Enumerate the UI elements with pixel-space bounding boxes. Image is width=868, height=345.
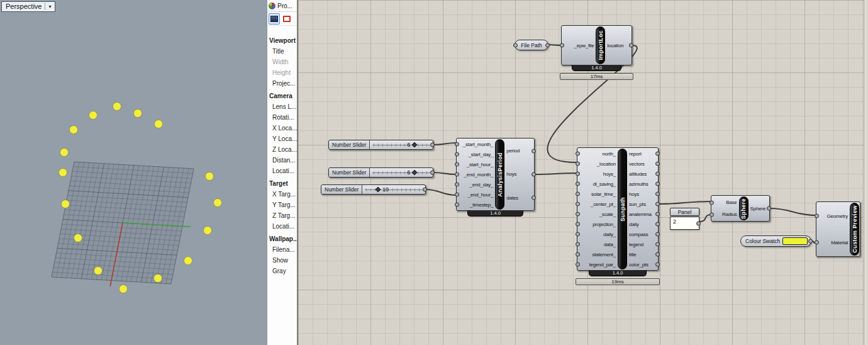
slider-track[interactable]: 6	[370, 140, 433, 149]
component-name-capsule[interactable]: ImportLoc	[596, 26, 605, 64]
property-row[interactable]: Z Targ...	[267, 210, 297, 221]
number-slider-end-hour[interactable]: Number Slider10	[321, 184, 426, 195]
slider-track[interactable]: 10	[362, 185, 425, 194]
slider-grip[interactable]	[412, 142, 417, 147]
output-period[interactable]: period	[504, 139, 533, 162]
output-dates[interactable]: dates	[504, 186, 533, 210]
viewport-title-text[interactable]: Perspective	[6, 3, 42, 10]
output-location[interactable]: location	[605, 26, 631, 64]
slider-grip[interactable]	[412, 170, 417, 175]
component-name-capsule[interactable]: Sphere	[739, 196, 748, 220]
property-row[interactable]: Y Loca...	[267, 133, 297, 144]
input-endmonth[interactable]: _end_month_	[457, 169, 495, 179]
property-row[interactable]: Distan...	[267, 155, 297, 166]
output-title[interactable]: title	[627, 249, 657, 259]
component-import-loc[interactable]: _epw_fileImportLoclocation1.4.017ms	[561, 25, 632, 65]
viewport-menu-arrow-icon[interactable]: ▾	[48, 4, 51, 9]
input-scale[interactable]: _scale_	[578, 209, 618, 219]
input-daily[interactable]: daily_	[578, 229, 618, 239]
input-Material[interactable]: Material	[817, 229, 850, 256]
property-row[interactable]: Show	[267, 255, 297, 266]
input-endhour[interactable]: _end_hour_	[457, 189, 495, 200]
component-sunpath[interactable]: north__locationhoys_dl_saving_solar_time…	[577, 147, 659, 271]
property-row[interactable]: Width	[267, 57, 297, 67]
property-row[interactable]: Gray	[267, 266, 297, 276]
input-starthour[interactable]: _start_hour_	[457, 159, 495, 169]
param-file-path[interactable]: File Path	[515, 40, 548, 50]
component-analysis-period[interactable]: _start_month__start_day__start_hour__end…	[456, 138, 535, 211]
input-location[interactable]: _location	[578, 159, 618, 169]
panel-value[interactable]: 2	[670, 217, 699, 230]
swatch-color-chip[interactable]	[782, 237, 808, 245]
component-title: Custom Preview	[852, 205, 858, 253]
property-row[interactable]: Rotati...	[267, 112, 297, 123]
input-projection[interactable]: projection_	[578, 219, 618, 229]
component-name-capsule[interactable]: AnalysisPeriod	[495, 139, 504, 210]
input-hoys[interactable]: hoys_	[578, 169, 618, 179]
property-row[interactable]: Wallpap...	[267, 234, 297, 244]
input-statement[interactable]: statement_	[578, 249, 618, 259]
output-vectors[interactable]: vectors	[627, 159, 657, 169]
input-epwfile[interactable]: _epw_file	[562, 26, 596, 64]
input-startmonth[interactable]: _start_month_	[457, 139, 495, 149]
output-Sphere[interactable]: Sphere	[748, 196, 769, 220]
display-properties-tab[interactable]	[281, 13, 292, 25]
output-hoys[interactable]: hoys	[504, 162, 533, 186]
property-row[interactable]: Projec...	[267, 78, 297, 89]
number-slider-start-month[interactable]: Number Slider6	[328, 140, 433, 150]
property-row[interactable]: X Targ...	[267, 189, 297, 200]
input-endday[interactable]: _end_day_	[457, 179, 495, 189]
colour-swatch-component[interactable]: Colour Swatch	[740, 235, 811, 247]
component-name-capsule[interactable]: Sunpath	[618, 149, 627, 269]
slider-name-label: Number Slider	[329, 140, 370, 149]
divider	[45, 3, 45, 10]
property-row[interactable]: Camera	[267, 91, 297, 101]
property-row[interactable]: X Loca...	[267, 123, 297, 133]
properties-panel-tab[interactable]: Pro...	[267, 0, 297, 12]
property-row[interactable]: Z Loca...	[267, 144, 297, 155]
panel-component[interactable]: Panel2	[670, 208, 699, 230]
input-north[interactable]: north_	[578, 149, 618, 159]
property-row[interactable]: Locati...	[267, 221, 297, 232]
viewport-properties-tab[interactable]	[269, 13, 280, 25]
input-solartime[interactable]: solar_time_	[578, 189, 618, 199]
input-centerpt[interactable]: _center_pt_	[578, 199, 618, 209]
input-Geometry[interactable]: Geometry	[817, 203, 850, 229]
slider-track[interactable]: 6	[370, 168, 433, 177]
property-row[interactable]: Y Targ...	[267, 200, 297, 210]
panel-header[interactable]: Panel	[670, 208, 699, 216]
output-report[interactable]: report	[627, 149, 657, 159]
input-timestep[interactable]: _timestep_	[457, 200, 495, 210]
property-row[interactable]: Filena...	[267, 244, 297, 255]
component-custom-preview[interactable]: GeometryMaterialCustom Preview	[816, 201, 860, 257]
output-legend[interactable]: legend	[627, 239, 657, 249]
output-hoys[interactable]: hoys	[627, 189, 657, 199]
viewport-title[interactable]: Perspective ▾	[1, 1, 55, 12]
property-row[interactable]: Locati...	[267, 166, 297, 176]
property-row[interactable]: Viewport	[267, 35, 297, 46]
output-analemma[interactable]: analemma	[627, 209, 657, 219]
output-azimuths[interactable]: azimuths	[627, 179, 657, 189]
output-compass[interactable]: compass	[627, 229, 657, 239]
property-row[interactable]: Lens L...	[267, 101, 297, 112]
canvas-scrollbar[interactable]	[864, 0, 868, 345]
component-sphere[interactable]: BaseRadiusSphereSphere	[711, 195, 770, 222]
input-dlsaving[interactable]: dl_saving_	[578, 179, 618, 189]
output-sunpts[interactable]: sun_pts	[627, 199, 657, 209]
slider-grip[interactable]	[376, 187, 381, 192]
input-Base[interactable]: Base	[712, 196, 739, 208]
component-name-capsule[interactable]: Custom Preview	[850, 203, 859, 256]
property-row[interactable]: Height	[267, 67, 297, 78]
property-row[interactable]: Title	[267, 46, 297, 57]
number-slider-end-month[interactable]: Number Slider6	[328, 167, 433, 178]
output-daily[interactable]: daily	[627, 219, 657, 229]
input-data[interactable]: data_	[578, 239, 618, 249]
output-altitudes[interactable]: altitudes	[627, 169, 657, 179]
property-row[interactable]: Target	[267, 178, 297, 189]
grasshopper-canvas[interactable]: File Path_epw_fileImportLoclocation1.4.0…	[297, 0, 868, 345]
rhino-perspective-viewport[interactable]: Perspective ▾	[0, 0, 267, 345]
input-legendpar[interactable]: legend_par_	[578, 259, 618, 269]
output-colorpts[interactable]: color_pts	[627, 259, 657, 269]
input-startday[interactable]: _start_day_	[457, 149, 495, 159]
input-Radius[interactable]: Radius	[712, 208, 739, 220]
